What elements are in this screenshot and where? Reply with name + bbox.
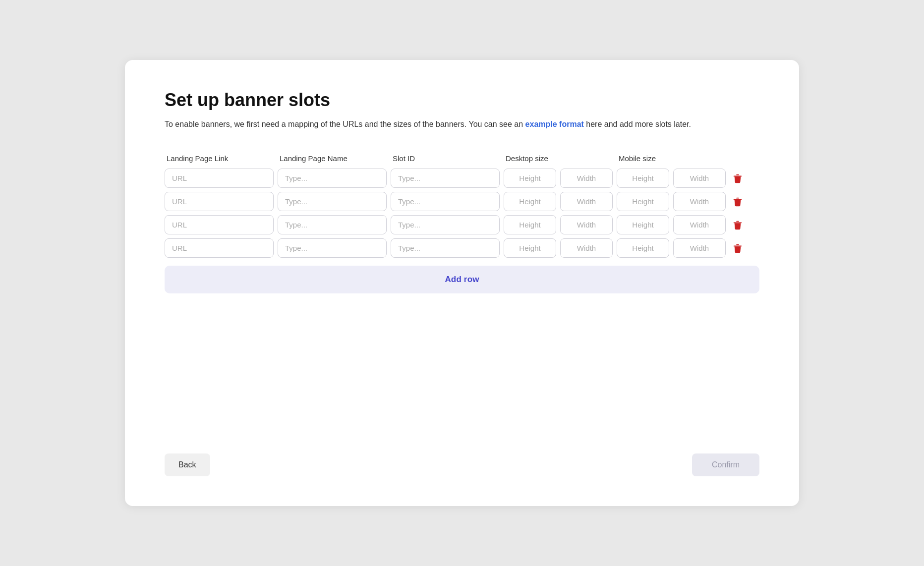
delete-row-button-1[interactable] — [730, 171, 746, 186]
col-header-mobile-size: Mobile size — [619, 154, 728, 163]
desktop-height-input-3[interactable] — [504, 215, 556, 234]
desktop-width-input-1[interactable] — [560, 169, 613, 188]
back-button[interactable]: Back — [165, 453, 210, 476]
desktop-height-input-4[interactable] — [504, 238, 556, 258]
col-header-slot-id: Slot ID — [393, 154, 502, 163]
url-input-4[interactable] — [165, 238, 274, 258]
slot-id-input-2[interactable] — [391, 192, 500, 211]
table-header: Landing Page Link Landing Page Name Slot… — [165, 154, 759, 163]
mobile-width-input-2[interactable] — [673, 192, 726, 211]
delete-row-button-4[interactable] — [730, 241, 746, 256]
mobile-width-input-1[interactable] — [673, 169, 726, 188]
svg-rect-5 — [736, 221, 739, 222]
page-title: Set up banner slots — [165, 90, 759, 111]
desktop-size-4 — [504, 238, 613, 258]
slot-id-input-3[interactable] — [391, 215, 500, 234]
table-row — [165, 169, 759, 188]
svg-rect-7 — [736, 244, 739, 245]
desktop-size-1 — [504, 169, 613, 188]
desktop-size-3 — [504, 215, 613, 234]
mobile-size-4 — [617, 238, 726, 258]
trash-icon-3 — [732, 220, 743, 230]
mobile-height-input-2[interactable] — [617, 192, 669, 211]
page-description: To enable banners, we first need a mappi… — [165, 118, 759, 130]
url-input-3[interactable] — [165, 215, 274, 234]
desktop-size-2 — [504, 192, 613, 211]
modal-container: Set up banner slots To enable banners, w… — [125, 60, 799, 506]
table-row — [165, 215, 759, 234]
trash-icon-2 — [732, 196, 743, 207]
table-body — [165, 169, 759, 258]
name-input-4[interactable] — [278, 238, 387, 258]
mobile-height-input-4[interactable] — [617, 238, 669, 258]
svg-rect-1 — [736, 174, 739, 175]
desktop-height-input-2[interactable] — [504, 192, 556, 211]
mobile-size-2 — [617, 192, 726, 211]
name-input-3[interactable] — [278, 215, 387, 234]
desktop-width-input-2[interactable] — [560, 192, 613, 211]
mobile-size-1 — [617, 169, 726, 188]
col-header-landing-page-link: Landing Page Link — [167, 154, 276, 163]
confirm-button[interactable]: Confirm — [692, 453, 759, 476]
desktop-width-input-3[interactable] — [560, 215, 613, 234]
mobile-width-input-4[interactable] — [673, 238, 726, 258]
footer: Back Confirm — [165, 414, 759, 476]
delete-row-button-2[interactable] — [730, 194, 746, 209]
svg-rect-3 — [736, 197, 739, 198]
slot-id-input-1[interactable] — [391, 169, 500, 188]
example-format-link[interactable]: example format — [525, 120, 584, 128]
description-text-after: here and add more slots later. — [584, 120, 691, 128]
mobile-height-input-3[interactable] — [617, 215, 669, 234]
description-text-before: To enable banners, we first need a mappi… — [165, 120, 525, 128]
name-input-2[interactable] — [278, 192, 387, 211]
mobile-size-3 — [617, 215, 726, 234]
mobile-width-input-3[interactable] — [673, 215, 726, 234]
url-input-2[interactable] — [165, 192, 274, 211]
mobile-height-input-1[interactable] — [617, 169, 669, 188]
desktop-height-input-1[interactable] — [504, 169, 556, 188]
svg-rect-0 — [734, 175, 742, 176]
table-row — [165, 192, 759, 211]
col-header-desktop-size: Desktop size — [506, 154, 615, 163]
svg-rect-2 — [734, 199, 742, 200]
col-header-landing-page-name: Landing Page Name — [280, 154, 389, 163]
delete-row-button-3[interactable] — [730, 218, 746, 232]
desktop-width-input-4[interactable] — [560, 238, 613, 258]
add-row-button[interactable]: Add row — [165, 266, 759, 293]
svg-rect-4 — [734, 222, 742, 223]
name-input-1[interactable] — [278, 169, 387, 188]
trash-icon-1 — [732, 173, 743, 184]
svg-rect-6 — [734, 245, 742, 246]
table-row — [165, 238, 759, 258]
slot-id-input-4[interactable] — [391, 238, 500, 258]
url-input-1[interactable] — [165, 169, 274, 188]
trash-icon-4 — [732, 243, 743, 254]
